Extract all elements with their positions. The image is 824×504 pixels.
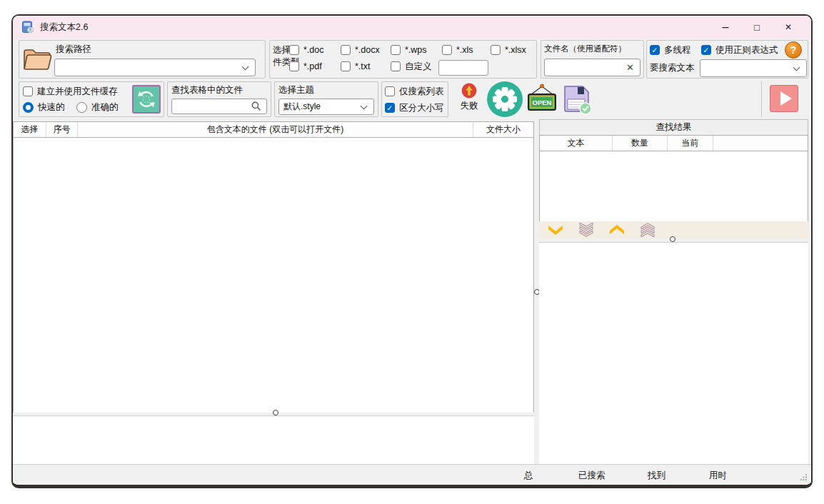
filetype-pdf-checkbox[interactable]: *.pdf — [289, 61, 322, 72]
filetype-xlsx-checkbox[interactable]: *.xlsx — [491, 44, 526, 56]
minimize-button[interactable]: – — [710, 16, 741, 38]
checkbox-checked-icon — [701, 45, 711, 55]
previous-result-button[interactable] — [608, 223, 625, 237]
filename-input-wrap: ✕ — [544, 59, 640, 76]
search-icon — [251, 101, 261, 111]
theme-combobox[interactable]: 默认.style — [278, 99, 374, 115]
radio-icon — [76, 102, 87, 113]
col-current[interactable]: 当前 — [668, 136, 713, 151]
checkbox-icon — [23, 86, 33, 96]
chevron-down-icon — [793, 64, 800, 71]
filetype-xls-checkbox[interactable]: *.xls — [442, 44, 473, 56]
find-in-table-input-wrap — [171, 99, 267, 114]
search-path-label: 搜索路径 — [56, 44, 91, 56]
custom-filetype-input[interactable] — [439, 63, 488, 73]
clear-icon[interactable]: ✕ — [626, 62, 634, 73]
filetype-docx-checkbox[interactable]: *.docx — [341, 44, 380, 56]
multithread-checkbox[interactable]: 多线程 — [650, 44, 691, 56]
results-table-header: 文本 数量 当前 — [540, 136, 808, 151]
files-table-body[interactable] — [14, 138, 533, 413]
checkbox-icon — [341, 45, 351, 55]
search-text-label: 要搜索文本 — [650, 62, 695, 74]
files-table[interactable]: 选择 序号 包含文本的文件 (双击可以打开文件) 文件大小 — [13, 121, 534, 413]
col-index[interactable]: 序号 — [46, 122, 78, 137]
results-splitter-handle[interactable] — [670, 236, 675, 242]
statusbar: 总 已搜索 找到 用时 — [13, 464, 811, 485]
chevron-down-icon — [361, 102, 368, 109]
horizontal-splitter-handle[interactable] — [273, 410, 278, 415]
search-list-only-checkbox[interactable]: 仅搜索列表 — [385, 86, 444, 97]
run-search-button[interactable] — [770, 85, 798, 112]
window-title: 搜索文本2.6 — [40, 21, 88, 34]
resize-grip-icon[interactable] — [800, 473, 808, 481]
filetype-wps-checkbox[interactable]: *.wps — [391, 44, 427, 56]
checkbox-icon — [442, 45, 452, 55]
accurate-radio[interactable]: 准确的 — [76, 101, 119, 114]
filetype-doc-checkbox[interactable]: *.doc — [289, 44, 324, 56]
results-table-body[interactable] — [540, 151, 808, 221]
help-icon[interactable]: ? — [785, 41, 802, 59]
regex-checkbox[interactable]: 使用正则表达式 — [701, 44, 778, 56]
checkbox-icon — [391, 45, 401, 55]
folder-icon[interactable] — [21, 44, 53, 74]
floppy-save-icon — [560, 82, 593, 115]
custom-filetype-input-wrap — [438, 60, 488, 76]
first-result-button[interactable] — [639, 223, 656, 237]
app-window: 搜索文本2.6 – □ ✕ 搜索路径 选择文件类型 *.doc *.docx *… — [11, 14, 813, 488]
play-icon — [780, 91, 792, 106]
search-path-combobox[interactable] — [54, 59, 256, 76]
status-time-label: 用时 — [709, 470, 727, 482]
search-text-combobox[interactable] — [700, 59, 807, 77]
col-blank — [713, 136, 808, 151]
files-table-header: 选择 序号 包含文本的文件 (双击可以打开文件) 文件大小 — [14, 122, 533, 138]
theme-label: 选择主题 — [278, 84, 314, 96]
open-sign-icon: OPEN — [526, 84, 558, 114]
fast-radio[interactable]: 快速的 — [23, 101, 65, 114]
next-result-button[interactable] — [547, 223, 564, 237]
chevron-down-icon — [242, 63, 249, 70]
maximize-button[interactable]: □ — [741, 16, 773, 38]
col-text[interactable]: 文本 — [540, 136, 613, 151]
preview-panel[interactable] — [13, 415, 534, 465]
case-sensitive-checkbox[interactable]: 区分大小写 — [385, 102, 444, 114]
checkbox-checked-icon — [385, 103, 395, 113]
open-button[interactable]: OPEN — [526, 84, 558, 114]
failed-icon — [461, 83, 477, 99]
results-title-label: 查找结果 — [656, 121, 692, 133]
settings-button[interactable] — [487, 81, 523, 117]
status-found-label: 找到 — [648, 470, 665, 482]
refresh-icon — [136, 89, 156, 109]
save-button[interactable] — [560, 82, 593, 115]
col-select[interactable]: 选择 — [14, 122, 46, 137]
find-in-table-input[interactable] — [172, 101, 251, 111]
checkbox-icon — [289, 45, 299, 55]
find-in-table-label: 查找表格中的文件 — [171, 84, 243, 96]
checkbox-icon — [385, 86, 395, 96]
filename-label: 文件名（使用通配符） — [544, 44, 626, 54]
last-result-button[interactable] — [578, 223, 595, 237]
status-indicator-label: 失败 — [461, 100, 478, 112]
gear-icon — [491, 85, 519, 114]
theme-value: 默认.style — [279, 101, 361, 113]
triple-chevron-up-icon — [639, 223, 656, 237]
file-cache-checkbox[interactable]: 建立并使用文件缓存 — [23, 86, 118, 97]
checkbox-checked-icon — [650, 45, 660, 55]
results-table[interactable]: 文本 数量 当前 — [539, 135, 808, 221]
col-count[interactable]: 数量 — [613, 136, 668, 151]
open-sign-label: OPEN — [533, 99, 552, 106]
filetype-custom-checkbox[interactable]: 自定义 — [391, 61, 432, 72]
refresh-button[interactable] — [132, 85, 161, 114]
results-panel-title: 查找结果 — [539, 119, 808, 136]
radio-selected-icon — [23, 102, 34, 113]
triple-chevron-down-icon — [578, 223, 595, 237]
toolbar-divider — [761, 81, 762, 117]
filetype-txt-checkbox[interactable]: *.txt — [341, 61, 371, 72]
col-file[interactable]: 包含文本的文件 (双击可以打开文件) — [78, 122, 473, 137]
close-button[interactable]: ✕ — [773, 16, 804, 38]
status-total-label: 总 — [524, 470, 533, 482]
col-filesize[interactable]: 文件大小 — [473, 122, 533, 137]
status-searched-label: 已搜索 — [578, 470, 606, 482]
result-detail-panel[interactable] — [539, 242, 808, 465]
filename-input[interactable] — [545, 63, 626, 73]
checkbox-icon — [289, 61, 299, 71]
